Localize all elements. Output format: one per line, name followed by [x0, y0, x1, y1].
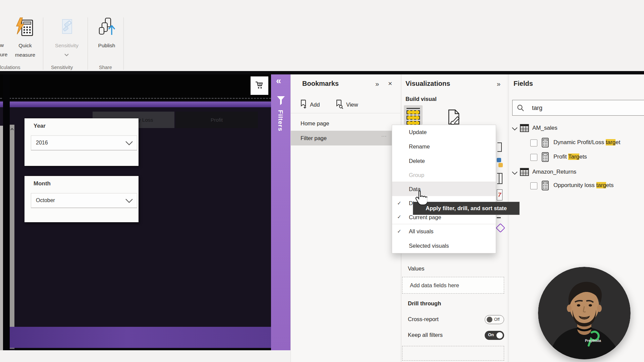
search-match-highlight: targ	[596, 182, 606, 188]
measure-calculator-icon	[542, 181, 549, 192]
table-icon	[520, 124, 529, 133]
menu-item-rename[interactable]: Rename	[392, 139, 496, 154]
table-icon	[520, 168, 529, 177]
quick-measure-icon	[15, 17, 34, 39]
format-visual-icon[interactable]	[447, 109, 461, 126]
field-checkbox[interactable]	[530, 139, 537, 146]
menu-item-label: Delete	[409, 158, 425, 164]
sensitivity-button[interactable]: Sensitivity	[47, 16, 87, 66]
publish-button[interactable]: Publish	[91, 16, 123, 66]
quick-measure-button[interactable]: Quick measure	[7, 16, 44, 66]
menu-item-label: Selected visuals	[409, 243, 449, 249]
bookmark-context-menu: Update Rename Delete Group Data ✓Display…	[392, 125, 496, 253]
menu-item-label: Group	[409, 172, 424, 178]
menu-item-all-visuals[interactable]: ✓All visuals	[392, 224, 496, 239]
filter-funnel-icon	[277, 96, 285, 107]
field-item[interactable]: Opportunity loss targets	[553, 182, 614, 189]
fields-search-box[interactable]	[512, 100, 644, 116]
webcam-brand-text: PrepInsta	[585, 339, 601, 343]
filters-pane-label: Filters	[277, 110, 284, 131]
bookmark-item-home-page[interactable]: Home page	[291, 116, 400, 131]
nav-button-profit[interactable]: Profit	[175, 112, 258, 128]
chevron-down-icon[interactable]	[512, 170, 518, 176]
menu-item-data[interactable]: Data	[392, 182, 496, 196]
slicer-visual-icon[interactable]	[404, 105, 423, 125]
powerbi-desktop-screen: w ure lculations Quick measure	[0, 0, 644, 362]
bookmarks-panel-title: Bookmarks	[302, 80, 339, 87]
field-text: ets	[606, 182, 614, 188]
year-dropdown[interactable]: 2016	[31, 135, 137, 150]
checkmark-icon: ✓	[397, 200, 401, 206]
quick-measure-label-line2: measure	[2, 52, 49, 58]
checkmark-icon: ✓	[397, 228, 401, 234]
cart-icon	[255, 81, 264, 90]
cart-button[interactable]	[251, 76, 268, 95]
divider	[291, 113, 400, 113]
clipped-visual-icon[interactable]	[497, 142, 502, 152]
canvas-header-band	[0, 74, 271, 101]
python-visual-icon[interactable]	[497, 158, 503, 167]
bookmark-view-icon	[335, 99, 343, 110]
clipped-visual-icon[interactable]	[497, 217, 501, 218]
view-bookmarks-button[interactable]: View	[335, 99, 358, 110]
build-visual-tab[interactable]: Build visual	[406, 96, 437, 102]
menu-item-delete[interactable]: Delete	[392, 154, 496, 168]
canvas-purple-rule	[0, 102, 271, 107]
bookmark-item-label: Home page	[301, 120, 329, 127]
toggle-state-label: On	[488, 333, 494, 337]
month-dropdown-value: October	[36, 197, 55, 203]
field-text: ets	[579, 154, 587, 160]
drill-through-section-label: Drill through	[408, 300, 441, 307]
cross-report-label: Cross-report	[408, 316, 439, 322]
keep-all-filters-toggle[interactable]: On	[485, 331, 504, 340]
field-item[interactable]: Profit Targets	[553, 154, 587, 160]
keep-all-filters-label: Keep all filters	[408, 332, 443, 338]
chevron-down-icon	[125, 198, 133, 204]
sensitivity-dropdown-icon	[64, 52, 69, 58]
bookmark-item-filter-page[interactable]: Filter page ···	[291, 131, 400, 145]
canvas-bottom-edge	[15, 348, 271, 350]
cross-report-toggle[interactable]: Off	[485, 315, 504, 324]
fields-search-input[interactable]	[531, 103, 633, 113]
left-edge-strip	[0, 126, 3, 350]
bookmarks-panel: Bookmarks » × Add View	[290, 74, 400, 362]
field-checkbox[interactable]	[530, 154, 537, 161]
field-checkbox[interactable]	[530, 182, 537, 189]
close-bookmarks-icon[interactable]: ×	[388, 79, 392, 87]
field-text: et	[615, 139, 620, 145]
menu-item-update[interactable]: Update	[392, 125, 496, 139]
paginated-report-visual-icon[interactable]: 7	[497, 189, 502, 200]
view-bookmarks-label: View	[346, 102, 358, 108]
field-well-placeholder: Add data fields here	[410, 282, 459, 289]
values-field-well[interactable]: Add data fields here	[402, 277, 504, 294]
search-match-highlight: Targ	[568, 154, 579, 160]
measure-calculator-icon	[542, 152, 549, 163]
menu-item-selected-visuals[interactable]: Selected visuals	[392, 239, 496, 253]
matrix-visual-icon[interactable]	[497, 173, 502, 184]
field-item[interactable]: Dynamic Profit/Loss target	[553, 139, 620, 146]
hand-cursor	[414, 190, 427, 208]
chevron-down-icon[interactable]	[512, 126, 518, 132]
more-options-icon[interactable]: ···	[381, 133, 387, 138]
month-dropdown[interactable]: October	[31, 193, 137, 208]
field-text: Dynamic Profit/Loss	[553, 139, 606, 145]
menu-item-group: Group	[392, 168, 496, 182]
table-name[interactable]: Amazon_Returns	[532, 169, 576, 175]
year-dropdown-value: 2016	[36, 140, 48, 146]
chevron-down-icon	[125, 141, 133, 147]
scroll-up-icon[interactable]	[10, 126, 14, 132]
add-bookmark-label: Add	[310, 102, 320, 108]
drill-through-field-well[interactable]	[402, 346, 504, 361]
values-section-label: Values	[408, 265, 424, 272]
add-bookmark-button[interactable]: Add	[300, 99, 320, 110]
expand-filters-icon[interactable]: «	[276, 76, 281, 86]
collapse-visualizations-icon[interactable]: »	[497, 80, 499, 88]
month-slicer-card: Month October	[24, 176, 139, 222]
canvas-scrollbar[interactable]	[10, 125, 14, 349]
filters-collapsed-pane[interactable]: « Filters	[271, 74, 290, 350]
measure-calculator-icon	[542, 138, 549, 149]
table-name[interactable]: AM_sales	[532, 125, 557, 131]
field-text: Opportunity loss	[553, 182, 596, 188]
collapse-bookmarks-icon[interactable]: »	[375, 80, 378, 88]
menu-item-label: Current page	[409, 214, 441, 221]
